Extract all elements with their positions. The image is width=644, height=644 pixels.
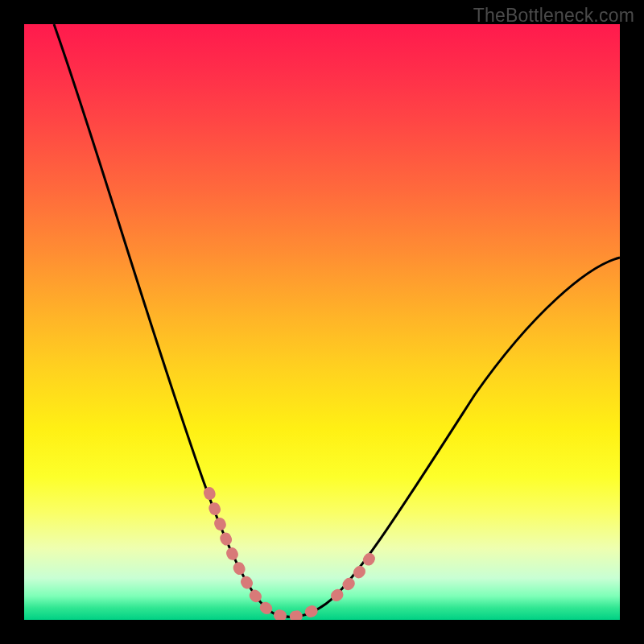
- bottleneck-curve: [54, 24, 620, 617]
- chart-plot-area: [24, 24, 620, 620]
- chart-svg: [24, 24, 620, 620]
- left-dip-marker: [209, 493, 314, 617]
- watermark-text: TheBottleneck.com: [473, 5, 634, 27]
